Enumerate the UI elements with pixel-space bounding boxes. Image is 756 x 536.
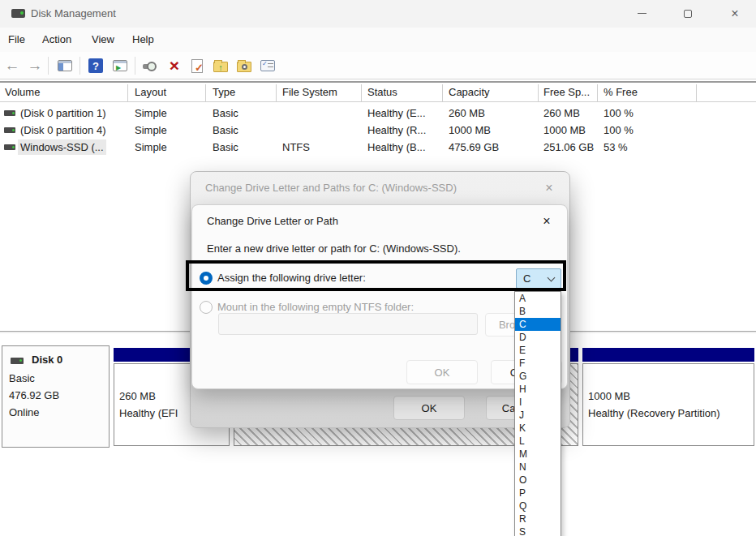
mount-folder-radio[interactable] [200, 301, 213, 314]
drive-letter-option[interactable]: B [515, 305, 561, 318]
ok-button[interactable]: OK [393, 396, 465, 420]
assign-drive-letter-radio[interactable] [200, 272, 213, 285]
folder-search-icon [237, 62, 251, 72]
drive-letter-option[interactable]: H [515, 383, 561, 396]
drive-letter-option[interactable]: L [515, 435, 561, 448]
dialog-close-button[interactable]: × [539, 178, 560, 198]
assign-drive-letter-label: Assign the following drive letter: [217, 272, 366, 285]
partition-color-bar [582, 348, 754, 362]
column-header-free-space[interactable]: Free Sp... [543, 83, 590, 102]
column-separator [361, 84, 362, 101]
forward-icon: → [28, 56, 43, 75]
drive-letter-option[interactable]: D [515, 331, 561, 344]
drive-letter-option[interactable]: P [515, 487, 561, 500]
maximize-button[interactable] [669, 0, 707, 27]
properties-button[interactable]: ✓ [187, 56, 207, 75]
column-separator [205, 84, 206, 101]
column-header-volume[interactable]: Volume [5, 83, 40, 102]
toolbar: ← → ? ▶ × ✓ ↑ ✓ [0, 52, 756, 79]
ok-button[interactable]: OK [406, 360, 478, 384]
drive-letter-option[interactable]: O [515, 474, 561, 487]
drive-letter-option[interactable]: N [515, 461, 561, 474]
column-header-pct-free[interactable]: % Free [604, 83, 638, 102]
checklist-button[interactable]: ✓ [258, 56, 277, 75]
partition-status: Healthy (EFI [119, 405, 178, 422]
partition-status: Healthy (Recovery Partition) [588, 405, 720, 422]
column-header-status[interactable]: Status [367, 83, 397, 102]
volume-icon [4, 110, 15, 116]
action-pane-button[interactable]: ▶ [110, 56, 130, 75]
table-row[interactable]: (Disk 0 partition 1) Simple Basic Health… [0, 105, 756, 122]
drive-letter-option[interactable]: M [515, 448, 561, 461]
explore-folder-button[interactable] [234, 56, 254, 75]
drive-letter-option[interactable]: S [515, 525, 561, 536]
disk-management-window: Disk Management × File Action View Help … [0, 0, 756, 536]
window-title: Disk Management [31, 0, 116, 28]
cell-status: Healthy (E... [367, 105, 426, 122]
column-header-layout[interactable]: Layout [135, 83, 166, 102]
cell-type: Basic [213, 105, 238, 122]
cell-layout: Simple [135, 105, 167, 122]
volume-name: (Disk 0 partition 1) [18, 105, 108, 121]
drive-letter-option[interactable]: G [515, 370, 561, 383]
menu-view[interactable]: View [87, 28, 119, 52]
cell-capacity: 260 MB [449, 105, 485, 122]
console-tree-button[interactable] [55, 56, 75, 75]
cell-type: Basic [213, 122, 238, 139]
partition-body: 1000 MB Healthy (Recovery Partition) [582, 363, 754, 446]
column-header-capacity[interactable]: Capacity [449, 83, 490, 102]
column-header-type[interactable]: Type [213, 83, 235, 102]
console-tree-icon [58, 60, 72, 71]
drive-letter-combobox[interactable]: C [516, 268, 561, 289]
drive-letter-option[interactable]: A [515, 292, 561, 305]
close-icon: × [543, 214, 550, 229]
column-separator [442, 84, 443, 101]
table-row[interactable]: (Disk 0 partition 4) Simple Basic Health… [0, 122, 756, 139]
toolbar-separator [79, 57, 80, 75]
open-folder-button[interactable]: ↑ [211, 56, 230, 75]
partition-size: 1000 MB [588, 388, 630, 405]
column-separator [597, 84, 598, 101]
dialog-title: Change Drive Letter or Path [207, 205, 338, 238]
drive-letter-option[interactable]: I [515, 396, 561, 409]
menu-file[interactable]: File [3, 28, 30, 52]
attach-vhd-icon [142, 59, 158, 72]
drive-letter-option[interactable]: E [515, 344, 561, 357]
dialog-instruction: Enter a new drive letter or path for C: … [207, 242, 461, 255]
dialog-close-button[interactable]: × [536, 212, 557, 231]
column-separator [276, 84, 277, 101]
back-icon: ← [5, 56, 20, 75]
cell-capacity: 1000 MB [449, 122, 491, 139]
menu-action[interactable]: Action [37, 28, 76, 52]
attach-vhd-button[interactable] [140, 56, 160, 75]
delete-icon: × [170, 57, 179, 75]
disk-status: Online [9, 405, 40, 421]
close-button[interactable]: × [716, 0, 754, 27]
chevron-down-icon [548, 274, 556, 282]
help-button[interactable]: ? [86, 56, 105, 75]
toolbar-separator [135, 57, 135, 75]
delete-button[interactable]: × [165, 56, 184, 75]
drive-letter-option[interactable]: Q [515, 500, 561, 512]
cell-pct-free: 100 % [604, 122, 634, 139]
close-icon: × [545, 181, 552, 195]
drive-letter-option-selected[interactable]: C [515, 318, 561, 331]
toolbar-separator [48, 57, 49, 75]
drive-letter-option[interactable]: J [515, 409, 561, 422]
minimize-button[interactable] [623, 0, 660, 27]
properties-icon: ✓ [191, 59, 203, 73]
table-row-selected[interactable]: Windows-SSD (... Simple Basic NTFS Healt… [0, 139, 756, 156]
volume-name: Windows-SSD (... [18, 139, 106, 155]
back-button[interactable]: ← [2, 56, 22, 75]
drive-letter-option[interactable]: R [515, 512, 561, 525]
column-separator [538, 84, 539, 101]
disk0-header-panel[interactable]: Disk 0 Basic 476.92 GB Online [2, 345, 110, 448]
column-header-file-system[interactable]: File System [282, 83, 337, 102]
mount-path-input[interactable] [218, 313, 478, 335]
forward-button[interactable]: → [25, 56, 45, 75]
menu-help[interactable]: Help [127, 28, 159, 52]
cell-layout: Simple [135, 139, 167, 156]
partition-recovery[interactable]: 1000 MB Healthy (Recovery Partition) [582, 345, 754, 448]
drive-letter-option[interactable]: K [515, 422, 561, 435]
drive-letter-option[interactable]: F [515, 357, 561, 370]
